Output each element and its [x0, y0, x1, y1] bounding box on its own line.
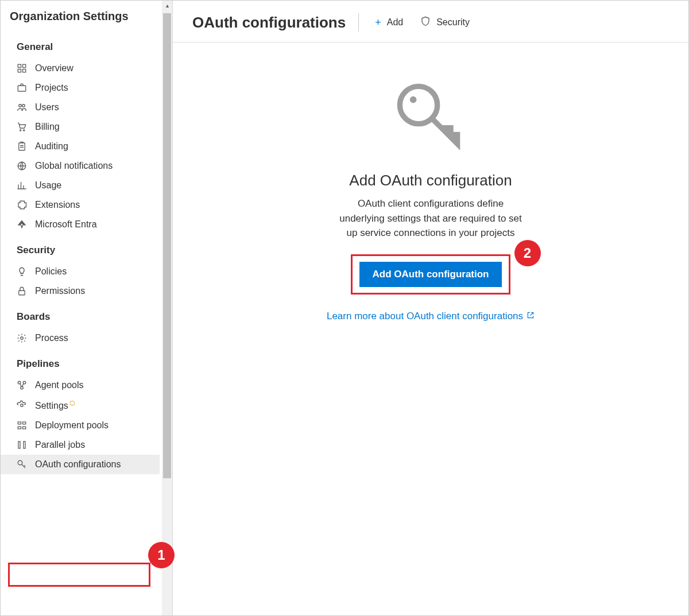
clipboard-icon: [17, 141, 27, 152]
main-header: OAuth configurations + Add Security: [173, 1, 688, 42]
add-label: Add: [387, 17, 403, 28]
sidebar-item-label: Policies: [35, 266, 152, 277]
sidebar-item-label: Agent pools: [35, 380, 152, 390]
sidebar-item-deployment-pools[interactable]: Deployment pools: [1, 416, 160, 435]
gear-icon: [17, 400, 27, 410]
shield-icon: [420, 16, 431, 29]
sidebar-item-microsoft-entra[interactable]: Microsoft Entra: [1, 215, 160, 234]
empty-state-description: OAuth client configurations define under…: [336, 196, 525, 241]
section-header-security: Security: [1, 234, 160, 262]
add-oauth-configuration-button[interactable]: Add OAuth configuration: [359, 262, 501, 287]
sidebar-item-label: Usage: [35, 180, 152, 191]
external-link-icon: [527, 311, 535, 322]
bulb-icon: [17, 266, 27, 277]
svg-point-8: [24, 130, 25, 131]
sidebar: Organization Settings General Overview P…: [1, 1, 173, 615]
add-button[interactable]: + Add: [371, 14, 407, 31]
sidebar-item-label: Deployment pools: [35, 420, 152, 431]
svg-point-25: [410, 96, 417, 103]
empty-state-title: Add OAuth configuration: [349, 172, 512, 189]
parallel-icon: [17, 440, 27, 450]
svg-rect-17: [18, 422, 21, 424]
callout-badge-2: 2: [514, 240, 541, 266]
svg-point-15: [21, 386, 24, 389]
svg-rect-11: [19, 290, 25, 295]
sidebar-item-policies[interactable]: Policies: [1, 262, 160, 281]
svg-rect-18: [23, 422, 26, 424]
svg-rect-20: [23, 427, 26, 429]
security-label: Security: [436, 17, 470, 28]
svg-point-12: [21, 337, 24, 340]
svg-rect-19: [18, 427, 21, 429]
sidebar-item-global-notifications[interactable]: Global notifications: [1, 156, 160, 176]
svg-point-5: [19, 104, 22, 107]
svg-rect-3: [23, 69, 26, 72]
sidebar-title: Organization Settings: [1, 1, 160, 31]
sidebar-item-extensions[interactable]: Extensions: [1, 195, 160, 215]
grid-icon: [17, 63, 27, 73]
sidebar-item-billing[interactable]: Billing: [1, 117, 160, 137]
sidebar-item-label: Microsoft Entra: [35, 219, 152, 230]
warning-icon: ⬡: [69, 400, 75, 406]
sidebar-item-auditing[interactable]: Auditing: [1, 137, 160, 156]
sidebar-item-label: Global notifications: [35, 161, 152, 171]
puzzle-icon: [17, 200, 27, 210]
scrollbar[interactable]: ▴: [162, 1, 172, 615]
learn-more-link[interactable]: Learn more about OAuth client configurat…: [327, 311, 535, 322]
lock-icon: [17, 286, 27, 296]
svg-point-7: [20, 130, 21, 131]
page-title: OAuth configurations: [192, 14, 346, 32]
sidebar-item-label: Process: [35, 333, 152, 343]
globe-icon: [17, 161, 27, 171]
sidebar-item-label: Auditing: [35, 141, 152, 152]
sidebar-item-label: Users: [35, 102, 152, 113]
svg-rect-9: [19, 143, 25, 150]
briefcase-icon: [17, 83, 27, 93]
sidebar-item-oauth-configurations[interactable]: OAuth configurations: [1, 455, 160, 474]
scroll-thumb[interactable]: [163, 13, 171, 478]
svg-rect-22: [24, 441, 25, 448]
svg-point-23: [18, 461, 22, 466]
key-icon: [17, 459, 27, 470]
sidebar-item-label: Parallel jobs: [35, 440, 152, 450]
security-button[interactable]: Security: [417, 14, 473, 31]
sidebar-item-label: Overview: [35, 63, 152, 73]
section-header-pipelines: Pipelines: [1, 348, 160, 375]
svg-rect-21: [18, 441, 20, 448]
sidebar-item-process[interactable]: Process: [1, 328, 160, 348]
divider: [358, 13, 359, 32]
sidebar-item-settings[interactable]: Settings⬡: [1, 395, 160, 416]
svg-rect-0: [18, 64, 21, 67]
sidebar-item-label: Settings⬡: [35, 400, 152, 411]
sidebar-item-permissions[interactable]: Permissions: [1, 281, 160, 301]
entra-icon: [17, 219, 27, 230]
sidebar-item-label: OAuth configurations: [35, 459, 152, 470]
svg-point-16: [21, 404, 24, 407]
sidebar-item-users[interactable]: Users: [1, 98, 160, 117]
section-header-boards: Boards: [1, 301, 160, 328]
pool-icon: [17, 380, 27, 390]
sidebar-item-overview[interactable]: Overview: [1, 59, 160, 78]
svg-point-6: [22, 104, 25, 107]
users-icon: [17, 102, 27, 113]
svg-rect-1: [23, 64, 26, 67]
sidebar-item-label: Extensions: [35, 200, 152, 210]
plus-icon: +: [375, 17, 381, 29]
sidebar-item-label: Billing: [35, 122, 152, 132]
sidebar-item-projects[interactable]: Projects: [1, 78, 160, 98]
learn-more-label: Learn more about OAuth client configurat…: [327, 311, 523, 322]
sidebar-item-agent-pools[interactable]: Agent pools: [1, 375, 160, 395]
main-content: OAuth configurations + Add Security: [173, 1, 688, 615]
svg-rect-4: [18, 86, 26, 91]
scroll-up-icon[interactable]: ▴: [162, 1, 172, 11]
key-illustration: [390, 77, 471, 159]
servers-icon: [17, 420, 27, 431]
section-header-general: General: [1, 31, 160, 59]
svg-rect-2: [18, 69, 21, 72]
sidebar-item-label: Projects: [35, 83, 152, 93]
sidebar-item-usage[interactable]: Usage: [1, 176, 160, 195]
chart-icon: [17, 180, 27, 191]
sidebar-item-parallel-jobs[interactable]: Parallel jobs: [1, 435, 160, 455]
callout-badge-1: 1: [148, 542, 175, 568]
sidebar-item-label: Permissions: [35, 286, 152, 296]
